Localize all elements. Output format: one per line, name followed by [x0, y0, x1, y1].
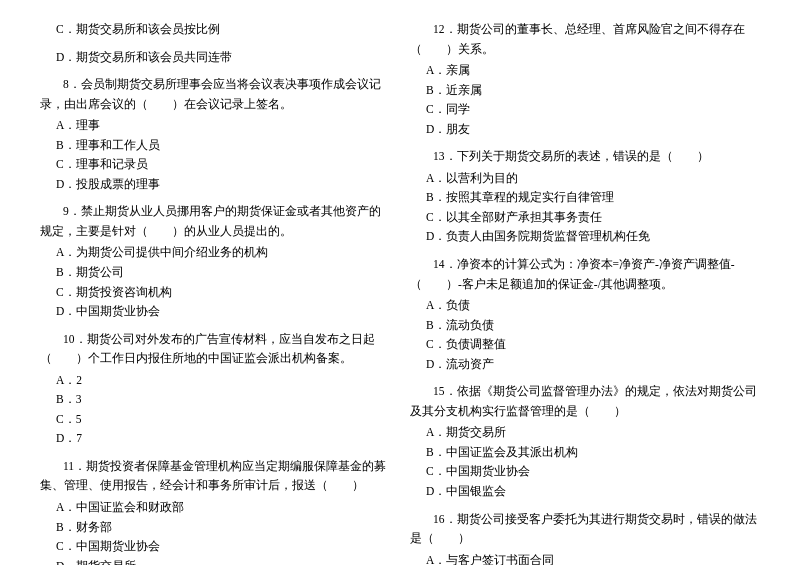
- q8-text: 8．会员制期货交易所理事会应当将会议表决事项作成会议记录，由出席会议的（ ）在会…: [40, 75, 390, 114]
- q9-option-c: C．期货投资咨询机构: [40, 283, 390, 303]
- q15-text: 15．依据《期货公司监督管理办法》的规定，依法对期货公司及其分支机构实行监督管理…: [410, 382, 760, 421]
- q13-option-d: D．负责人由国务院期货监督管理机构任免: [410, 227, 760, 247]
- q10-option-b: B．3: [40, 390, 390, 410]
- option-c-futures: C．期货交易所和该会员按比例: [40, 20, 390, 40]
- q14-text: 14．净资本的计算公式为：净资本=净资产-净资产调整值-（ ）-客户未足额追加的…: [410, 255, 760, 294]
- q15-option-c: C．中国期货业协会: [410, 462, 760, 482]
- q15-option-d: D．中国银监会: [410, 482, 760, 502]
- q9-option-d: D．中国期货业协会: [40, 302, 390, 322]
- q10-option-d: D．7: [40, 429, 390, 449]
- q13-option-b: B．按照其章程的规定实行自律管理: [410, 188, 760, 208]
- q9-option-a: A．为期货公司提供中间介绍业务的机构: [40, 243, 390, 263]
- q16-option-a: A．与客户签订书面合同: [410, 551, 760, 565]
- q15-option-b: B．中国证监会及其派出机构: [410, 443, 760, 463]
- q11-option-b: B．财务部: [40, 518, 390, 538]
- q11-text: 11．期货投资者保障基金管理机构应当定期编服保障基金的募集、管理、使用报告，经会…: [40, 457, 390, 496]
- q14-option-d: D．流动资产: [410, 355, 760, 375]
- q15-option-a: A．期货交易所: [410, 423, 760, 443]
- q13-option-a: A．以营利为目的: [410, 169, 760, 189]
- right-column: 12．期货公司的董事长、总经理、首席风险官之间不得存在（ ）关系。 A．亲属 B…: [410, 20, 760, 565]
- q11-option-d: D．期货交易所: [40, 557, 390, 565]
- q10-option-a: A．2: [40, 371, 390, 391]
- q14-option-b: B．流动负债: [410, 316, 760, 336]
- q11-option-c: C．中国期货业协会: [40, 537, 390, 557]
- q9-option-b: B．期货公司: [40, 263, 390, 283]
- q14-option-a: A．负债: [410, 296, 760, 316]
- question-12: 12．期货公司的董事长、总经理、首席风险官之间不得存在（ ）关系。 A．亲属 B…: [410, 20, 760, 139]
- q12-option-c: C．同学: [410, 100, 760, 120]
- question-13: 13．下列关于期货交易所的表述，错误的是（ ） A．以营利为目的 B．按照其章程…: [410, 147, 760, 247]
- option-text: C．期货交易所和该会员按比例: [40, 20, 390, 40]
- option-text: D．期货交易所和该会员共同连带: [40, 48, 390, 68]
- q8-option-b: B．理事和工作人员: [40, 136, 390, 156]
- q8-option-c: C．理事和记录员: [40, 155, 390, 175]
- question-16: 16．期货公司接受客户委托为其进行期货交易时，错误的做法是（ ） A．与客户签订…: [410, 510, 760, 565]
- question-11: 11．期货投资者保障基金管理机构应当定期编服保障基金的募集、管理、使用报告，经会…: [40, 457, 390, 565]
- option-d-futures: D．期货交易所和该会员共同连带: [40, 48, 390, 68]
- q9-text: 9．禁止期货从业人员挪用客户的期货保证金或者其他资产的规定，主要是针对（ ）的从…: [40, 202, 390, 241]
- q16-text: 16．期货公司接受客户委托为其进行期货交易时，错误的做法是（ ）: [410, 510, 760, 549]
- q14-option-c: C．负债调整值: [410, 335, 760, 355]
- question-14: 14．净资本的计算公式为：净资本=净资产-净资产调整值-（ ）-客户未足额追加的…: [410, 255, 760, 374]
- q12-option-d: D．朋友: [410, 120, 760, 140]
- q12-text: 12．期货公司的董事长、总经理、首席风险官之间不得存在（ ）关系。: [410, 20, 760, 59]
- q12-option-b: B．近亲属: [410, 81, 760, 101]
- q10-text: 10．期货公司对外发布的广告宣传材料，应当自发布之日起（ ）个工作日内报住所地的…: [40, 330, 390, 369]
- left-column: C．期货交易所和该会员按比例 D．期货交易所和该会员共同连带 8．会员制期货交易…: [40, 20, 390, 565]
- q8-option-a: A．理事: [40, 116, 390, 136]
- q8-option-d: D．投股成票的理事: [40, 175, 390, 195]
- q10-option-c: C．5: [40, 410, 390, 430]
- question-9: 9．禁止期货从业人员挪用客户的期货保证金或者其他资产的规定，主要是针对（ ）的从…: [40, 202, 390, 321]
- question-10: 10．期货公司对外发布的广告宣传材料，应当自发布之日起（ ）个工作日内报住所地的…: [40, 330, 390, 449]
- q11-option-a: A．中国证监会和财政部: [40, 498, 390, 518]
- q13-text: 13．下列关于期货交易所的表述，错误的是（ ）: [410, 147, 760, 167]
- q13-option-c: C．以其全部财产承担其事务责任: [410, 208, 760, 228]
- question-8: 8．会员制期货交易所理事会应当将会议表决事项作成会议记录，由出席会议的（ ）在会…: [40, 75, 390, 194]
- question-15: 15．依据《期货公司监督管理办法》的规定，依法对期货公司及其分支机构实行监督管理…: [410, 382, 760, 501]
- q12-option-a: A．亲属: [410, 61, 760, 81]
